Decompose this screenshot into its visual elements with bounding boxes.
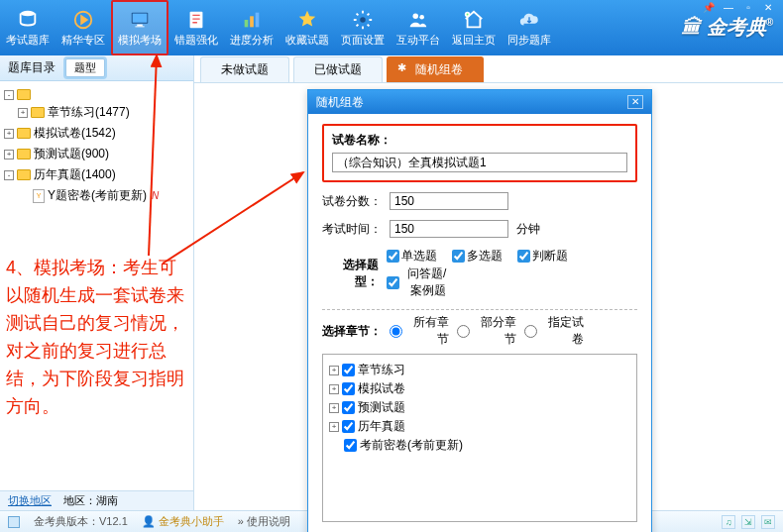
dialog-titlebar[interactable]: 随机组卷 ✕	[308, 90, 651, 114]
chapter-item[interactable]: + 章节练习	[329, 361, 630, 379]
time-unit: 分钟	[516, 221, 540, 238]
sheet-icon	[184, 9, 208, 31]
expand-icon[interactable]: -	[4, 170, 14, 180]
content-tabs: 未做试题 已做试题 随机组卷	[194, 55, 783, 83]
maximize-button[interactable]: ▫	[741, 2, 755, 14]
usage-link[interactable]: » 使用说明	[238, 514, 290, 529]
window-controls: 📌 — ▫ ✕	[702, 2, 775, 14]
qtype-check[interactable]: 问答题/案例题	[387, 266, 446, 299]
toolbar-sync[interactable]: 同步题库	[502, 0, 557, 55]
chapter-check[interactable]	[344, 439, 357, 452]
expand-icon[interactable]: +	[4, 129, 14, 139]
svg-rect-4	[137, 24, 143, 26]
expand-icon[interactable]: +	[329, 366, 339, 375]
type-toggle-button[interactable]: 题型	[65, 58, 105, 77]
minimize-button[interactable]: —	[722, 2, 735, 14]
status-btn-3[interactable]: ✉	[761, 515, 775, 529]
helper-label[interactable]: 👤 金考典小助手	[142, 514, 224, 529]
sidebar-status: 切换地区 地区：湖南	[0, 490, 193, 510]
folder-icon	[17, 128, 31, 139]
dialog-close-button[interactable]: ✕	[627, 95, 643, 109]
paper-name-label: 试卷名称：	[332, 132, 627, 149]
monitor-icon	[128, 9, 152, 31]
random-paper-dialog: 随机组卷 ✕ 试卷名称： 试卷分数： 考试时间： 分钟 选择题型	[307, 89, 652, 532]
expand-icon[interactable]: -	[4, 90, 14, 100]
tab-done[interactable]: 已做试题	[293, 56, 383, 82]
qtype-check[interactable]: 单选题	[387, 248, 446, 265]
chapter-radio[interactable]: 所有章节	[390, 314, 449, 348]
doc-icon: Y	[33, 189, 45, 203]
status-btn-2[interactable]: ⇲	[741, 515, 755, 529]
expand-icon[interactable]: +	[4, 150, 14, 160]
chapter-check[interactable]	[342, 364, 355, 376]
qtype-check[interactable]: 判断题	[517, 248, 577, 265]
svg-point-11	[413, 13, 419, 18]
expand-icon[interactable]: +	[329, 384, 339, 394]
gear-icon	[351, 9, 375, 31]
expand-icon[interactable]: +	[329, 403, 339, 413]
paper-name-block: 试卷名称：	[322, 124, 637, 182]
chapter-label: 选择章节：	[322, 323, 382, 340]
cloud-icon	[517, 9, 541, 31]
toolbar-favorites[interactable]: 收藏试题	[280, 0, 335, 55]
score-input[interactable]	[390, 192, 508, 210]
svg-rect-6	[190, 11, 203, 28]
tab-undone[interactable]: 未做试题	[200, 56, 289, 82]
svg-point-12	[419, 14, 424, 19]
chapter-item[interactable]: 考前密卷(考前更新)	[329, 436, 630, 455]
status-icon[interactable]	[8, 516, 20, 528]
chapter-check[interactable]	[342, 401, 355, 414]
svg-point-0	[21, 10, 36, 16]
toolbar-progress[interactable]: 进度分析	[224, 0, 280, 55]
content-area: 未做试题 已做试题 随机组卷 随机组卷 ✕ 试卷名称： 试卷分数：	[194, 55, 783, 510]
chart-icon	[240, 9, 264, 31]
chapter-radio[interactable]: 指定试卷	[524, 314, 584, 348]
sidebar-title: 题库目录	[8, 59, 56, 76]
status-btn-1[interactable]: ♫	[722, 515, 735, 529]
chapter-check[interactable]	[342, 420, 355, 433]
play-icon	[71, 9, 95, 31]
toolbar-highlights[interactable]: 精华专区	[56, 0, 111, 55]
expand-icon[interactable]: +	[329, 422, 339, 432]
annotation-text: 4、模拟考场：考生可以随机生成一套试卷来测试自己的复习情况，对之前的复习进行总结…	[6, 254, 190, 420]
toolbar-home[interactable]: 返回主页	[446, 0, 502, 55]
chapter-item[interactable]: + 模拟试卷	[329, 379, 630, 398]
svg-point-13	[466, 12, 470, 16]
chapter-item[interactable]: + 预测试题	[329, 398, 630, 417]
folder-icon	[17, 169, 31, 180]
folder-icon	[17, 89, 31, 100]
db-icon	[16, 9, 40, 31]
main-toolbar: 📌 — ▫ ✕ 考试题库精华专区模拟考场错题强化进度分析收藏试题页面设置互动平台…	[0, 0, 783, 55]
chapter-item[interactable]: + 历年真题	[329, 417, 630, 436]
tab-random[interactable]: 随机组卷	[387, 56, 484, 82]
pin-icon[interactable]: 📌	[702, 2, 716, 14]
svg-rect-5	[135, 26, 144, 27]
brand-logo: 🏛 金考典®	[681, 14, 773, 41]
toolbar-exam-bank[interactable]: 考试题库	[0, 0, 56, 55]
toolbar-community[interactable]: 互动平台	[391, 0, 446, 55]
time-input[interactable]	[390, 220, 508, 238]
qtype-check[interactable]: 多选题	[452, 248, 511, 265]
star-icon	[295, 9, 319, 31]
dialog-title: 随机组卷	[316, 94, 364, 111]
chapter-check[interactable]	[342, 382, 355, 395]
folder-icon	[31, 107, 45, 118]
sidebar: 题库目录 题型 -+章节练习(1477)+模拟试卷(1542)+预测试题(900…	[0, 55, 194, 510]
score-label: 试卷分数：	[322, 193, 382, 210]
paper-name-input[interactable]	[332, 153, 627, 172]
people-icon	[406, 9, 430, 31]
toolbar-page-setup[interactable]: 页面设置	[335, 0, 391, 55]
version-label: 金考典版本：V12.1	[34, 514, 128, 529]
chapter-tree-box: + 章节练习+ 模拟试卷+ 预测试题+ 历年真题 考前密卷(考前更新)	[322, 354, 637, 522]
switch-region-link[interactable]: 切换地区	[8, 493, 52, 508]
svg-rect-3	[133, 13, 148, 22]
svg-rect-9	[256, 12, 260, 27]
expand-icon[interactable]: +	[18, 108, 28, 118]
region-label: 地区：湖南	[63, 493, 118, 508]
chapter-radio[interactable]: 部分章节	[457, 314, 516, 348]
close-button[interactable]: ✕	[761, 2, 775, 14]
folder-icon	[17, 149, 31, 160]
qtype-label: 选择题型：	[322, 257, 379, 290]
home-icon	[462, 9, 486, 31]
svg-point-10	[360, 17, 366, 23]
